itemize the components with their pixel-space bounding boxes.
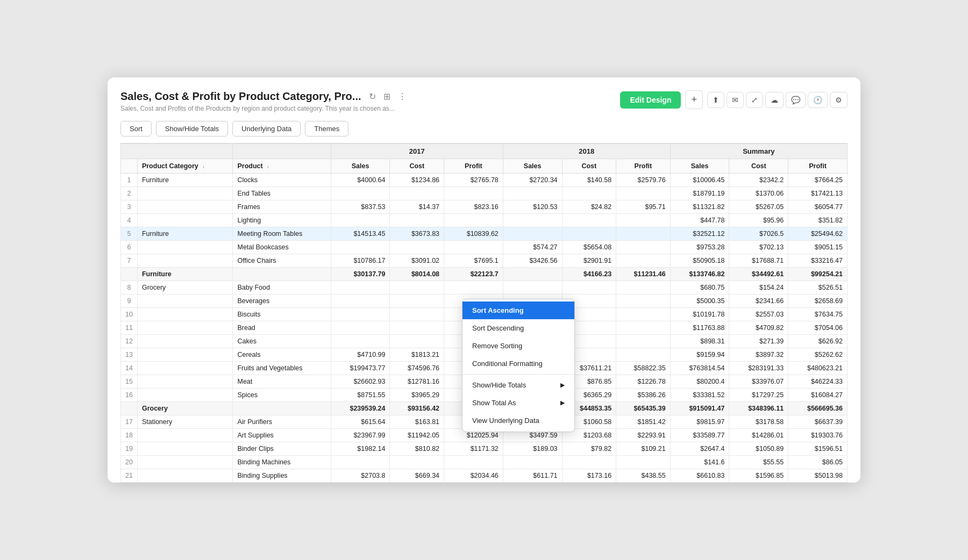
table-row: 19Binder Clips$1982.14$810.82$1171.32$18…	[121, 442, 848, 456]
col-profit-2018: Profit	[616, 159, 671, 174]
table-row: 21Binding Supplies$2703.8$669.34$2034.46…	[121, 469, 848, 483]
group-summary: Summary	[670, 144, 847, 159]
header: Sales, Cost & Profit by Product Category…	[120, 90, 848, 112]
more-options-button[interactable]: ⋮	[396, 90, 409, 103]
export-button[interactable]: ⬆	[707, 92, 724, 108]
email-button[interactable]: ✉	[727, 92, 744, 108]
table-row: 6Metal Bookcases$574.27$5654.08$9753.28$…	[121, 241, 848, 254]
submenu-arrow-icon: ▶	[560, 399, 565, 406]
menu-item-label: Conditional Formatting	[472, 360, 543, 368]
col-sales-summary: Sales	[670, 159, 729, 174]
toolbar: Sort Show/Hide Totals Underlying Data Th…	[120, 121, 848, 137]
table-row: 7Office Chairs$10786.17$3091.02$7695.1$3…	[121, 254, 848, 268]
col-header-row: Product Category ↓ Product ↓ Sales Cost …	[121, 159, 848, 174]
menu-item-label: View Underlying Data	[472, 417, 539, 425]
context-menu: Sort AscendingSort DescendingRemove Sort…	[462, 299, 575, 432]
group-empty2	[233, 144, 331, 159]
sort-icon-category: ↓	[202, 163, 205, 169]
header-right: Edit Design + ⬆ ✉ ⤢ ☁ 💬 🕐 ⚙	[620, 90, 848, 109]
header-left: Sales, Cost & Profit by Product Category…	[120, 90, 409, 112]
table-row: 1FurnitureClocks$4000.64$1234.86$2765.78…	[121, 174, 848, 187]
show-hide-totals-button[interactable]: Show/Hide Totals	[156, 121, 228, 137]
menu-item[interactable]: Show Total As▶	[462, 394, 574, 412]
menu-item[interactable]: Show/Hide Totals▶	[462, 376, 574, 394]
col-sales-2018: Sales	[503, 159, 562, 174]
menu-item-label: Sort Ascending	[472, 306, 524, 314]
group-empty	[121, 144, 233, 159]
edit-design-button[interactable]: Edit Design	[620, 91, 681, 109]
col-rownum	[121, 159, 138, 174]
table-row: 20Binding Machines$141.6$55.55$86.05	[121, 456, 848, 469]
settings-button[interactable]: ⚙	[830, 92, 848, 108]
underlying-data-button[interactable]: Underlying Data	[232, 121, 301, 137]
table-icon-button[interactable]: ⊞	[381, 90, 393, 103]
main-window: Sales, Cost & Profit by Product Category…	[108, 77, 860, 483]
table-row: 5FurnitureMeeting Room Tables$14513.45$3…	[121, 227, 848, 241]
subtotal-row: Furniture$30137.79$8014.08$22123.7$4166.…	[121, 268, 848, 281]
title-icons: ↻ ⊞ ⋮	[367, 90, 409, 103]
col-cost-2017: Cost	[390, 159, 444, 174]
menu-item[interactable]: Sort Ascending	[462, 301, 574, 319]
themes-button[interactable]: Themes	[305, 121, 348, 137]
table-row: 2End Tables$18791.19$1370.06$17421.13	[121, 187, 848, 200]
menu-item-label: Remove Sorting	[472, 342, 522, 350]
upload-button[interactable]: ☁	[765, 92, 784, 108]
table-row: 8GroceryBaby Food$680.75$154.24$526.51	[121, 281, 848, 295]
menu-separator	[462, 374, 574, 375]
sort-icon-product: ↓	[267, 163, 269, 169]
col-cost-summary: Cost	[729, 159, 788, 174]
menu-item[interactable]: Conditional Formatting	[462, 355, 574, 372]
add-button[interactable]: +	[685, 90, 703, 109]
col-profit-summary: Profit	[788, 159, 848, 174]
title-row: Sales, Cost & Profit by Product Category…	[120, 90, 409, 103]
menu-item-label: Show Total As	[472, 399, 516, 407]
col-product: Product ↓	[233, 159, 331, 174]
refresh-button[interactable]: ↻	[367, 90, 378, 103]
col-profit-2017: Profit	[444, 159, 503, 174]
table-wrapper: 2017 2018 Summary Product Category ↓ Pro…	[120, 143, 848, 483]
action-icons: ⬆ ✉ ⤢ ☁ 💬 🕐 ⚙	[707, 92, 848, 108]
table-row: 3Frames$837.53$14.37$823.16$120.53$24.82…	[121, 200, 848, 214]
group-2018: 2018	[503, 144, 670, 159]
group-2017: 2017	[331, 144, 503, 159]
page-subtitle: Sales, Cost and Profits of the Products …	[120, 105, 409, 112]
page-title: Sales, Cost & Profit by Product Category…	[120, 90, 361, 103]
comment-button[interactable]: 💬	[786, 92, 806, 108]
table-row: 4Lighting$447.78$95.96$351.82	[121, 214, 848, 227]
col-product-category: Product Category ↓	[137, 159, 233, 174]
col-cost-2018: Cost	[562, 159, 616, 174]
col-sales-2017: Sales	[331, 159, 390, 174]
group-header-row: 2017 2018 Summary	[121, 144, 848, 159]
menu-item[interactable]: Remove Sorting	[462, 337, 574, 355]
menu-item-label: Sort Descending	[472, 324, 524, 332]
menu-item-label: Show/Hide Totals	[472, 381, 526, 389]
schedule-button[interactable]: 🕐	[808, 92, 828, 108]
sort-button[interactable]: Sort	[120, 121, 152, 137]
menu-item[interactable]: Sort Descending	[462, 319, 574, 337]
menu-item[interactable]: View Underlying Data	[462, 412, 574, 429]
share-button[interactable]: ⤢	[746, 92, 763, 108]
submenu-arrow-icon: ▶	[560, 382, 565, 389]
